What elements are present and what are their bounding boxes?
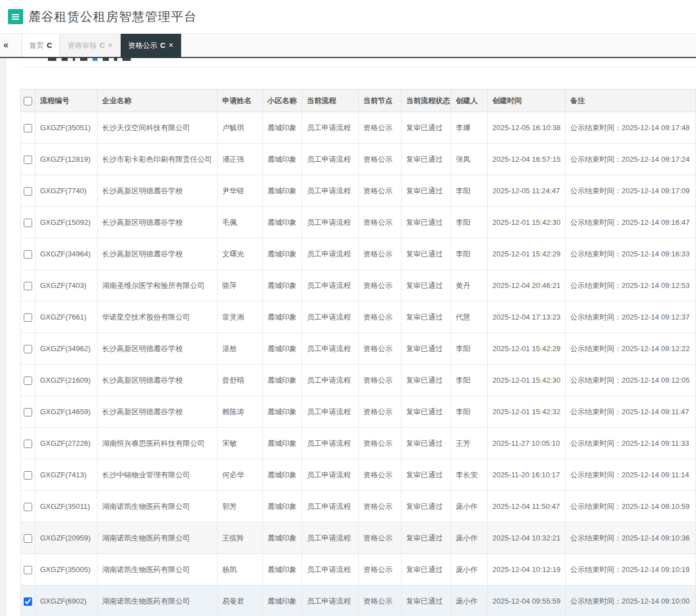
table-row[interactable]: GXGZF(20959) 湖南诺凯生物医药有限公司 王缤羚 麓城印象 员工申请流…: [21, 522, 696, 554]
row-checkbox[interactable]: [24, 597, 32, 606]
cell-node: 资格公示: [359, 428, 402, 459]
cell-process-id: GXGZF(6902): [36, 586, 98, 616]
cell-applicant: 何必华: [218, 459, 263, 491]
clipped-text-fragments: [48, 58, 131, 61]
table-row[interactable]: GXGZF(12819) 长沙市彩卡彩色印刷有限责任公司 潘正强 麓城印象 员工…: [21, 144, 696, 175]
cell-remark: 公示结束时间：2025-12-14 09:17:09: [566, 175, 696, 207]
cell-created-time: 2025-12-04 20:46:21: [488, 270, 566, 302]
table-row[interactable]: GXGZF(15092) 长沙高新区明德麓谷学校 毛佩 麓城印象 员工申请流程 …: [21, 207, 696, 238]
hamburger-menu-button[interactable]: [8, 9, 23, 24]
cell-flow: 员工申请流程: [302, 554, 359, 586]
cell-status: 复审已通过: [402, 522, 451, 554]
table-row[interactable]: GXGZF(14659) 长沙高新区明德麓谷学校 赖陈涛 麓城印象 员工申请流程…: [21, 396, 696, 428]
row-checkbox[interactable]: [24, 345, 32, 353]
cell-community: 麓城印象: [263, 428, 302, 459]
cell-creator: 庞小作: [451, 491, 488, 522]
cell-remark: 公示结束时间：2025-12-14 09:12:53: [566, 270, 696, 302]
cell-node: 资格公示: [359, 333, 402, 365]
table-body: GXGZF(35051) 长沙天仪空间科技有限公司 卢毓琪 麓城印象 员工申请流…: [21, 112, 696, 616]
cell-creator: 李阳: [451, 365, 488, 396]
cell-node: 资格公示: [359, 459, 402, 491]
table-header-row: 流程编号 企业名称 申请姓名 小区名称 当前流程 当前节点 当前流程状态 创建人…: [21, 90, 696, 112]
row-checkbox[interactable]: [24, 376, 32, 385]
tab-home[interactable]: 首页 C: [21, 34, 60, 57]
cell-creator: 李阳: [451, 333, 488, 365]
tab-list: 首页 C 资格审核 C ✕ 资格公示 C ✕: [21, 34, 182, 57]
tab-home-label: 首页: [29, 41, 44, 51]
table-row[interactable]: GXGZF(7740) 长沙高新区明德麓谷学校 尹华链 麓城印象 员工申请流程 …: [21, 175, 696, 207]
cell-created-time: 2025-12-04 17:13:23: [488, 302, 566, 333]
row-checkbox[interactable]: [24, 250, 32, 259]
table-row[interactable]: GXGZF(7661) 华诺星空技术股份有限公司 雷灵湘 麓城印象 员工申请流程…: [21, 302, 696, 333]
cell-flow: 员工申请流程: [302, 396, 359, 428]
row-checkbox[interactable]: [24, 282, 32, 290]
cell-flow: 员工申请流程: [302, 175, 359, 207]
cell-process-id: GXGZF(34962): [36, 333, 98, 365]
close-icon[interactable]: ✕: [108, 42, 113, 49]
refresh-icon[interactable]: C: [47, 41, 52, 50]
table-row[interactable]: GXGZF(35011) 湖南诺凯生物医药有限公司 郭芳 麓城印象 员工申请流程…: [21, 491, 696, 522]
col-header-status: 当前流程状态: [402, 90, 451, 112]
cell-company: 湖南诺凯生物医药有限公司: [98, 586, 218, 616]
cell-status: 复审已通过: [402, 238, 451, 270]
cell-status: 复审已通过: [402, 207, 451, 238]
cell-remark: 公示结束时间：2025-12-14 09:16:47: [566, 207, 696, 238]
row-checkbox[interactable]: [24, 534, 32, 543]
cell-status: 复审已通过: [402, 112, 451, 144]
cell-applicant: 文曙光: [218, 238, 263, 270]
row-checkbox[interactable]: [24, 408, 32, 416]
tab-qualification-publicity[interactable]: 资格公示 C ✕: [121, 34, 182, 57]
cell-node: 资格公示: [359, 554, 402, 586]
table-row[interactable]: GXGZF(35051) 长沙天仪空间科技有限公司 卢毓琪 麓城印象 员工申请流…: [21, 112, 696, 144]
cell-applicant: 易曼君: [218, 586, 263, 616]
select-all-checkbox[interactable]: [24, 97, 32, 105]
row-checkbox[interactable]: [24, 156, 32, 164]
cell-applicant: 尹华链: [218, 175, 263, 207]
cell-applicant: 雷灵湘: [218, 302, 263, 333]
cell-community: 麓城印象: [263, 112, 302, 144]
app-header: 麓谷租赁公租房智慧管理平台: [0, 0, 696, 34]
cell-process-id: GXGZF(35011): [36, 491, 98, 522]
table-row[interactable]: GXGZF(34962) 长沙高新区明德麓谷学校 湛敖 麓城印象 员工申请流程 …: [21, 333, 696, 365]
cell-community: 麓城印象: [263, 554, 302, 586]
tab-bar: « 首页 C 资格审核 C ✕ 资格公示 C ✕: [0, 34, 696, 58]
cell-process-id: GXGZF(7661): [36, 302, 98, 333]
row-checkbox[interactable]: [24, 313, 32, 322]
collapse-tabs-icon[interactable]: «: [3, 39, 8, 51]
cell-created-time: 2025-12-04 16:57:15: [488, 144, 566, 175]
cell-process-id: GXGZF(7403): [36, 270, 98, 302]
cell-company: 华诺星空技术股份有限公司: [98, 302, 218, 333]
table-row[interactable]: GXGZF(7403) 湖南圣维尔医学检验所有限公司 骆萍 麓城印象 员工申请流…: [21, 270, 696, 302]
table-row[interactable]: GXGZF(21609) 长沙高新区明德麓谷学校 曾舒晴 麓城印象 员工申请流程…: [21, 365, 696, 396]
tab-qualification-review-label: 资格审核: [67, 41, 96, 51]
row-checkbox[interactable]: [24, 440, 32, 448]
table-row[interactable]: GXGZF(27226) 湖南恒兴睿思医药科技有限公司 宋敏 麓城印象 员工申请…: [21, 428, 696, 459]
table-row[interactable]: GXGZF(35005) 湖南诺凯生物医药有限公司 杨凯 麓城印象 员工申请流程…: [21, 554, 696, 586]
cell-process-id: GXGZF(27226): [36, 428, 98, 459]
refresh-icon[interactable]: C: [160, 41, 165, 50]
tab-qualification-publicity-label: 资格公示: [128, 41, 157, 51]
cell-remark: 公示结束时间：2025-12-14 09:11:47: [566, 396, 696, 428]
row-checkbox[interactable]: [24, 219, 32, 227]
cell-process-id: GXGZF(15092): [36, 207, 98, 238]
table-row[interactable]: GXGZF(6902) 湖南诺凯生物医药有限公司 易曼君 麓城印象 员工申请流程…: [21, 586, 696, 616]
cell-community: 麓城印象: [263, 365, 302, 396]
cell-created-time: 2025-12-04 11:50:47: [488, 491, 566, 522]
row-checkbox[interactable]: [24, 566, 32, 574]
close-icon[interactable]: ✕: [168, 42, 173, 49]
cell-creator: 李阳: [451, 175, 488, 207]
row-checkbox[interactable]: [24, 503, 32, 511]
cell-community: 麓城印象: [263, 396, 302, 428]
cell-applicant: 毛佩: [218, 207, 263, 238]
cell-flow: 员工申请流程: [302, 522, 359, 554]
cell-company: 长沙高新区明德麓谷学校: [98, 333, 218, 365]
cell-remark: 公示结束时间：2025-12-14 09:10:36: [566, 522, 696, 554]
refresh-icon[interactable]: C: [99, 41, 104, 50]
tab-qualification-review[interactable]: 资格审核 C ✕: [60, 34, 121, 57]
table-row[interactable]: GXGZF(34964) 长沙高新区明德麓谷学校 文曙光 麓城印象 员工申请流程…: [21, 238, 696, 270]
row-checkbox[interactable]: [24, 187, 32, 196]
row-checkbox[interactable]: [24, 471, 32, 480]
table-row[interactable]: GXGZF(7413) 长沙中锦物业管理有限公司 何必华 麓城印象 员工申请流程…: [21, 459, 696, 491]
row-checkbox[interactable]: [24, 124, 32, 132]
cell-node: 资格公示: [359, 491, 402, 522]
